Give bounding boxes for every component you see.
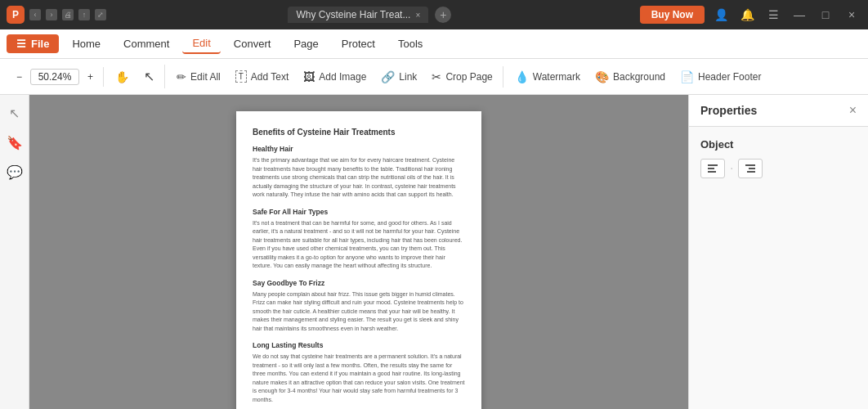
watermark-label: Watermark [533,71,580,83]
pdf-section-1: Safe For All Hair Types It's not a treat… [253,208,465,271]
app-logo: P [7,6,25,24]
doc-title-text: Why Cysteine Hair Treat... [296,9,410,20]
title-bar: P ‹ › 🖨 ↑ ⤢ Why Cysteine Hair Treat... ×… [0,0,868,29]
new-tab-button[interactable]: + [435,7,451,23]
pdf-viewer[interactable]: Benefits of Cysteine Hair Treatments Hea… [29,95,688,409]
pdf-section-3-heading: Long Lasting Results [253,341,465,349]
pdf-section-2: Say Goodbye To Frizz Many people complai… [253,279,465,334]
main-content: ↖ 🔖 💬 Benefits of Cysteine Hair Treatmen… [0,95,868,409]
edit-all-button[interactable]: ✏ Edit All [170,66,227,88]
zoom-out-icon: − [16,71,22,83]
sidebar-comment-icon[interactable]: 💬 [3,160,26,183]
link-icon: 🔗 [381,70,395,83]
navigation-tools: ✋ ↖ [105,65,165,88]
menu-page[interactable]: Page [284,34,328,53]
maximize-icon[interactable]: □ [816,5,835,25]
svg-rect-3 [745,164,755,166]
pdf-section-1-heading: Safe For All Hair Types [253,208,465,216]
edit-all-icon: ✏ [177,70,186,83]
link-button[interactable]: 🔗 Link [374,66,423,88]
menu-comment[interactable]: Comment [114,34,179,53]
pdf-section-3: Long Lasting Results We do not say that … [253,341,465,404]
expand-btn[interactable]: ⤢ [95,9,106,20]
add-image-label: Add Image [319,71,366,83]
properties-body: Object · [689,127,868,190]
object-controls: · [700,159,857,178]
pdf-section-3-text: We do not say that cysteine hair treatme… [253,353,465,404]
align-left-icon [707,163,718,174]
sidebar-bookmark-icon[interactable]: 🔖 [3,131,26,154]
menu-protect[interactable]: Protect [332,34,385,53]
menu-icon-bars: ☰ [16,38,26,50]
buy-now-button[interactable]: Buy Now [640,6,705,24]
profile-icon[interactable]: 👤 [711,5,731,25]
header-footer-button[interactable]: 📄 Header Footer [673,66,767,88]
pdf-section-0: Healthy Hair It's the primary advantage … [253,145,465,200]
crop-label: Crop Page [445,71,492,83]
file-menu[interactable]: ☰ File [7,34,59,53]
object-divider: · [730,161,733,176]
pdf-section-0-text: It's the primary advantage that we aim f… [253,156,465,200]
close-icon[interactable]: × [842,5,861,25]
pan-tool-button[interactable]: ✋ [109,66,136,88]
properties-header: Properties × [689,95,868,127]
title-bar-right: Buy Now 👤 🔔 ☰ — □ × [640,5,861,25]
crop-page-button[interactable]: ✂ Crop Page [425,66,499,88]
header-footer-icon: 📄 [680,70,694,83]
watermark-button[interactable]: 💧 Watermark [508,66,587,88]
select-tool-button[interactable]: ↖ [137,65,161,88]
menu-home[interactable]: Home [62,34,110,53]
minimize-icon[interactable]: — [790,5,809,25]
pdf-doc-title: Benefits of Cysteine Hair Treatments [253,128,465,137]
menu-icon[interactable]: ☰ [763,5,783,25]
page-tools: 💧 Watermark 🎨 Background 📄 Header Footer [505,66,772,88]
menu-tools[interactable]: Tools [388,34,432,53]
document-tab[interactable]: Why Cysteine Hair Treat... × [288,7,428,23]
watermark-icon: 💧 [515,70,529,83]
pdf-section-2-text: Many people complain about hair frizz. T… [253,290,465,334]
add-image-button[interactable]: 🖼 Add Image [297,66,373,88]
pdf-section-0-heading: Healthy Hair [253,145,465,153]
zoom-value[interactable]: 50.24% [30,69,79,85]
pan-icon: ✋ [115,70,129,83]
menu-edit[interactable]: Edit [182,34,220,54]
share-btn[interactable]: ↑ [78,9,90,20]
edit-tools: ✏ Edit All T Add Text 🖼 Add Image 🔗 Link… [167,66,503,88]
header-footer-label: Header Footer [698,71,761,83]
crop-icon: ✂ [432,70,441,83]
align-right-icon [745,163,756,174]
object-align-left-button[interactable] [700,159,725,178]
properties-title: Properties [700,104,757,117]
properties-panel: Properties × Object · [688,95,868,409]
edit-all-label: Edit All [190,71,221,83]
object-align-right-button[interactable] [738,159,763,178]
file-label: File [31,38,49,50]
print-btn[interactable]: 🖨 [62,9,74,20]
pdf-section-2-heading: Say Goodbye To Frizz [253,279,465,287]
left-sidebar: ↖ 🔖 💬 [0,95,29,409]
pdf-section-1-text: It's not a treatment that can be harmful… [253,219,465,271]
svg-rect-0 [708,164,718,166]
svg-rect-5 [747,171,755,173]
background-icon: 🎨 [595,70,609,83]
window-controls[interactable]: ‹ › 🖨 ↑ ⤢ [29,9,106,20]
zoom-out-button[interactable]: − [10,67,29,87]
menu-convert[interactable]: Convert [224,34,281,53]
background-button[interactable]: 🎨 Background [588,66,672,88]
add-image-icon: 🖼 [303,70,315,83]
properties-close-button[interactable]: × [849,103,857,118]
zoom-in-button[interactable]: + [81,67,100,87]
title-area: Why Cysteine Hair Treat... × + [111,7,629,23]
select-icon: ↖ [144,69,154,84]
close-tab-icon[interactable]: × [415,11,420,20]
nav-forward[interactable]: › [46,9,57,20]
nav-back[interactable]: ‹ [29,9,41,20]
menu-bar: ☰ File Home Comment Edit Convert Page Pr… [0,29,868,59]
svg-rect-1 [708,168,714,169]
pdf-page: Benefits of Cysteine Hair Treatments Hea… [236,111,481,409]
notification-icon[interactable]: 🔔 [737,5,757,25]
zoom-group: − 50.24% + [7,67,104,87]
sidebar-cursor-icon[interactable]: ↖ [3,101,26,124]
add-text-button[interactable]: T Add Text [229,66,296,87]
object-label: Object [700,138,857,151]
